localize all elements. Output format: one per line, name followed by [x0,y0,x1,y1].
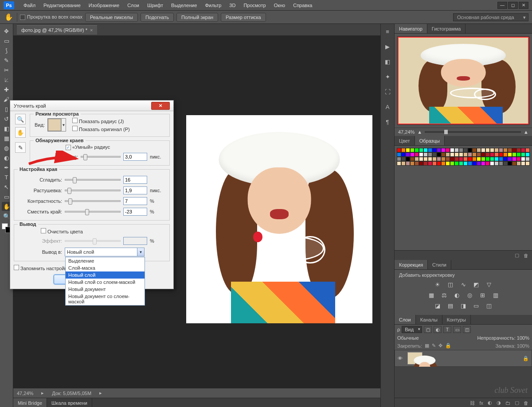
contrast-input[interactable] [123,197,147,205]
crop-tool[interactable]: ✂ [2,66,12,74]
print-size-button[interactable]: Размер оттиска [221,13,266,22]
menu-3d[interactable]: 3D [225,3,239,8]
posterize-icon[interactable]: ▤ [446,302,455,310]
zoom-in-icon[interactable]: ▲ [524,129,528,135]
history-panel-icon[interactable]: ≡ [383,27,392,36]
refine-brush-icon[interactable]: ✎ [15,142,26,153]
color-tab[interactable]: Цвет [395,136,415,145]
dropdown-arrow-icon[interactable]: ▼ [137,248,144,256]
output-option-new-doc-mask[interactable]: Новый документ со слоем-маской [66,293,145,305]
levels-icon[interactable]: ◫ [446,280,455,288]
feather-slider[interactable] [65,190,121,191]
radius-input[interactable] [123,153,147,161]
smooth-slider[interactable] [65,179,121,181]
smart-radius-checkbox[interactable]: ✓ «Умный» радиус [66,144,110,150]
timeline-tab[interactable]: Шкала времени [47,398,92,407]
menu-view[interactable]: Просмотр [239,3,270,8]
fill-field[interactable]: 100% [517,343,529,349]
adjustment-layer-icon[interactable]: ◑ [497,400,501,406]
delete-swatch-icon[interactable]: 🗑 [524,253,528,258]
paragraph-panel-icon[interactable]: ¶ [383,117,392,127]
opacity-field[interactable]: 100% [517,335,529,341]
menu-layers[interactable]: Слои [123,3,143,8]
properties-panel-icon[interactable]: ◧ [383,57,392,66]
menu-file[interactable]: Файл [20,3,39,8]
layer-group-icon[interactable]: 🗀 [505,400,510,406]
quick-select-tool[interactable]: ✎ [2,56,12,65]
threshold-icon[interactable]: ◨ [459,302,468,310]
styles-tab[interactable]: Стили [428,260,451,269]
actual-pixels-button[interactable]: Реальные пикселы [85,13,138,22]
lookup-icon[interactable]: ▥ [491,291,500,299]
lasso-tool[interactable]: ⟆ [2,46,12,55]
photo-filter-icon[interactable]: ◎ [466,291,474,299]
lock-all-icon[interactable]: 🔒 [445,343,451,349]
new-layer-icon[interactable]: ▢ [515,400,519,406]
brushes-panel-icon[interactable]: ✦ [383,72,392,81]
filter-adjust-icon[interactable]: ◐ [434,326,442,333]
dialog-close-button[interactable]: ✕ [151,102,170,110]
menu-window[interactable]: Окно [270,3,289,8]
delete-layer-icon[interactable]: 🗑 [524,400,528,406]
hue-icon[interactable]: ▦ [427,291,436,299]
menu-filter[interactable]: Фильтр [201,3,225,8]
color-balance-icon[interactable]: ⚖ [440,291,449,299]
output-option-new-doc[interactable]: Новый документ [66,286,145,293]
link-layers-icon[interactable]: ⛓ [470,400,475,406]
decontaminate-checkbox[interactable]: Очистить цвета [41,229,83,234]
new-swatch-icon[interactable]: ▢ [515,252,519,258]
actions-panel-icon[interactable]: ▶ [383,42,392,51]
close-app-button[interactable]: ✕ [519,2,528,9]
feather-input[interactable] [123,186,147,194]
navigator-zoom-slider[interactable] [425,131,521,133]
output-option-layer-mask[interactable]: Слой-маска [66,264,145,271]
lock-transparency-icon[interactable]: ▦ [425,343,429,349]
brightness-icon[interactable]: ☀ [433,280,442,288]
navigator-tab[interactable]: Навигатор [395,24,427,33]
hand-tool-icon-dialog[interactable]: ✋ [15,127,26,138]
radius-slider[interactable] [81,156,121,158]
mini-bridge-tab[interactable]: Mini Bridge [13,398,47,407]
eyedropper-tool[interactable]: ⟀ [2,75,12,84]
clone-source-icon[interactable]: ⛶ [383,87,392,97]
menu-type[interactable]: Шрифт [143,3,167,8]
contrast-slider[interactable] [65,200,121,202]
filter-shape-icon[interactable]: ▭ [453,326,461,333]
filter-smart-icon[interactable]: ◫ [463,326,471,333]
output-option-new-layer-mask[interactable]: Новый слой со слоем-маской [66,279,145,286]
gradient-map-icon[interactable]: ▭ [472,302,481,310]
histogram-tab[interactable]: Гистограмма [427,24,466,33]
document-close-icon[interactable]: × [90,27,93,33]
channels-tab[interactable]: Каналы [416,315,442,324]
curves-icon[interactable]: ∿ [459,280,468,288]
character-panel-icon[interactable]: A [383,102,392,112]
channel-mixer-icon[interactable]: ⊞ [478,291,487,299]
view-preview-dropdown[interactable]: ▼ [47,118,66,132]
filter-pixel-icon[interactable]: ▢ [424,326,432,333]
zoom-out-icon[interactable]: ▲ [417,129,422,135]
menu-edit[interactable]: Редактирование [39,3,85,8]
swatches-tab[interactable]: Образцы [415,136,445,145]
exposure-icon[interactable]: ◩ [472,280,481,288]
layer-item-background[interactable]: 👁 Фон 🔒 [395,350,532,367]
vibrance-icon[interactable]: ▽ [485,280,493,288]
smooth-input[interactable] [123,176,147,184]
output-option-selection[interactable]: Выделение [66,257,145,264]
blend-mode-dropdown[interactable]: Обычные [397,335,464,341]
fit-screen-button[interactable]: Подогнать [141,13,174,22]
menu-help[interactable]: Справка [289,3,316,8]
navigator-thumbnail[interactable] [397,36,529,125]
layers-tab[interactable]: Слои [395,315,416,324]
move-tool[interactable]: ✥ [2,27,12,35]
document-tab[interactable]: фото.jpg @ 47,2% (RGB/8#) * × [17,25,97,35]
dialog-titlebar[interactable]: Уточнить край ✕ [10,101,173,111]
invert-icon[interactable]: ◪ [433,302,442,310]
workspace-dropdown[interactable]: Основная рабочая среда [453,13,528,21]
paths-tab[interactable]: Контуры [442,315,471,324]
bw-icon[interactable]: ◐ [453,291,462,299]
output-option-new-layer[interactable]: Новый слой [66,271,145,279]
visibility-icon[interactable]: 👁 [398,356,405,361]
maximize-button[interactable]: ◻ [508,2,518,9]
scroll-all-checkbox[interactable]: Прокрутка во всех окнах [20,14,82,20]
lock-pixels-icon[interactable]: ✎ [432,343,436,349]
